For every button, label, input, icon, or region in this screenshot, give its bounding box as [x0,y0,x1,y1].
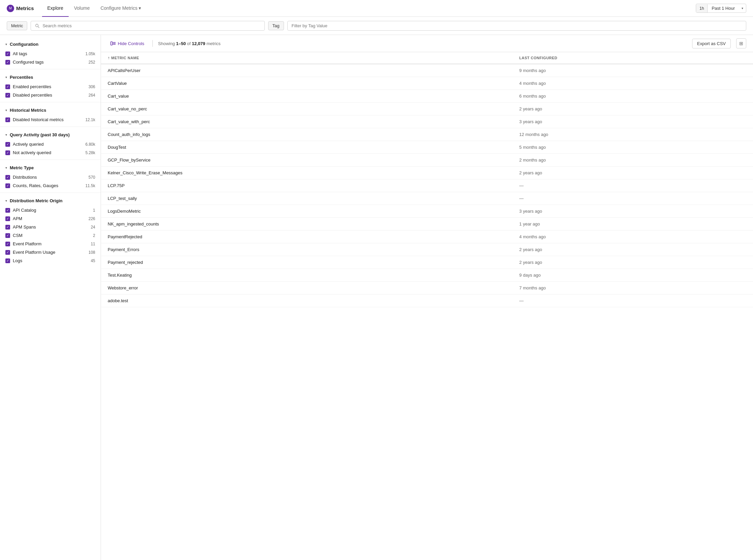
time-caret-icon[interactable]: ▾ [739,5,746,12]
last-configured-cell: 1 year ago [512,218,753,231]
checkbox-logs[interactable] [5,258,10,263]
sidebar-section-query-activity[interactable]: ▾ Query Activity (past 30 days) [0,129,101,140]
sidebar-item-distributions[interactable]: Distributions 570 [0,173,101,181]
sidebar-item-apm[interactable]: APM 226 [0,214,101,223]
table-row[interactable]: Cart_value_no_perc 2 years ago [101,103,753,116]
table-row[interactable]: DougTest 5 months ago [101,141,753,154]
checkbox-configured-tags[interactable] [5,60,10,65]
sidebar-item-csm[interactable]: CSM 2 [0,231,101,240]
table-row[interactable]: Payment_Errors 2 years ago [101,243,753,256]
sidebar-item-event-platform[interactable]: Event Platform 11 [0,240,101,248]
nav-item-configure-metrics[interactable]: Configure Metrics ▾ [95,0,147,17]
table-row[interactable]: Count_auth_info_logs 12 months ago [101,128,753,141]
table-row[interactable]: LCP_test_sally — [101,192,753,205]
checkbox-distributions[interactable] [5,175,10,180]
checkbox-disabled-percentiles[interactable] [5,93,10,98]
search-input-wrap[interactable] [30,21,264,31]
sidebar-section-metric-type[interactable]: ▾ Metric Type [0,163,101,173]
table-row[interactable]: APICallsPerUser 9 months ago [101,64,753,77]
sidebar-item-disabled-historical[interactable]: Disabled historical metrics 12.1k [0,116,101,124]
checkbox-not-actively-queried[interactable] [5,151,10,155]
time-selector[interactable]: 1h Past 1 Hour ▾ [696,4,746,13]
table-row[interactable]: GCP_Flow_byService 2 months ago [101,154,753,166]
metric-name-cell: Cart_value [101,90,512,103]
last-configured-cell: 5 months ago [512,141,753,154]
showing-unit: metrics [207,41,221,46]
checkbox-api-catalog[interactable] [5,208,10,213]
sidebar-section-percentiles[interactable]: ▾ Percentiles [0,72,101,82]
metric-name-cell: Cart_value_no_perc [101,103,512,116]
table-row[interactable]: LCP.75P — [101,179,753,192]
table-row[interactable]: Payment_rejected 2 years ago [101,256,753,269]
nav-item-volume[interactable]: Volume [69,0,95,17]
time-range-label[interactable]: Past 1 Hour [708,4,739,13]
showing-text: Showing 1–50 of 12,079 metrics [158,41,221,46]
sidebar-section-distribution-origin[interactable]: ▾ Distribution Metric Origin [0,196,101,206]
sidebar-section-configuration[interactable]: ▾ Configuration [0,39,101,49]
tag-filter-input[interactable] [292,23,742,28]
sidebar-item-apm-spans[interactable]: APM Spans 24 [0,223,101,231]
table-row[interactable]: Cart_value 6 months ago [101,90,753,103]
checkbox-disabled-historical[interactable] [5,117,10,122]
nav-logo-text: Metrics [16,5,34,11]
checkbox-csm[interactable] [5,233,10,238]
metrics-logo-icon: M [7,5,14,12]
search-input[interactable] [42,23,260,28]
last-configured-cell: 7 months ago [512,282,753,295]
nav-item-explore[interactable]: Explore [42,0,69,17]
metric-name-cell: GCP_Flow_byService [101,154,512,166]
export-csv-button[interactable]: Export as CSV [692,39,731,48]
chevron-down-icon: ▾ [5,199,7,203]
tag-badge: Tag [268,21,284,30]
sidebar-item-api-catalog[interactable]: API Catalog 1 [0,206,101,214]
table-row[interactable]: Test.Keating 9 days ago [101,269,753,282]
sidebar-item-all-tags[interactable]: All tags 1.05k [0,49,101,58]
metric-name-cell: Webstore_error [101,282,512,295]
hide-controls-button[interactable]: Hide Controls [108,39,147,47]
table-row[interactable]: CartValue 4 months ago [101,77,753,90]
table-row[interactable]: NK_apm_ingested_counts 1 year ago [101,218,753,231]
chevron-down-icon: ▾ [5,42,7,46]
table-row[interactable]: PaymentRejected 4 months ago [101,231,753,243]
sidebar-item-not-actively-queried[interactable]: Not actively queried 5.28k [0,148,101,157]
last-configured-cell: 2 years ago [512,166,753,179]
sidebar-item-counts-rates-gauges[interactable]: Counts, Rates, Gauges 11.5k [0,181,101,190]
checkbox-apm-spans[interactable] [5,225,10,229]
sidebar: ▾ Configuration All tags 1.05k Configure… [0,35,101,560]
checkbox-event-platform-usage[interactable] [5,250,10,255]
table-row[interactable]: Kelner_Cisco_Write_Erase_Messages 2 year… [101,166,753,179]
sidebar-item-enabled-percentiles[interactable]: Enabled percentiles 306 [0,82,101,91]
table-row[interactable]: Webstore_error 7 months ago [101,282,753,295]
sidebar-item-disabled-percentiles[interactable]: Disabled percentiles 264 [0,91,101,99]
sidebar-item-logs[interactable]: Logs 45 [0,257,101,265]
time-1h-label[interactable]: 1h [696,4,708,13]
sidebar-item-configured-tags[interactable]: Configured tags 252 [0,58,101,66]
checkbox-counts-rates-gauges[interactable] [5,183,10,188]
metrics-table: ↑ METRIC NAME LAST CONFIGURED APICallsPe… [101,52,753,307]
col-header-last-configured[interactable]: LAST CONFIGURED [512,52,753,64]
sidebar-item-event-platform-usage[interactable]: Event Platform Usage 108 [0,248,101,257]
metric-name-cell: Kelner_Cisco_Write_Erase_Messages [101,166,512,179]
last-configured-cell: 4 months ago [512,231,753,243]
table-row[interactable]: Cart_value_with_perc 3 years ago [101,116,753,128]
table-row[interactable]: LogsDemoMetric 3 years ago [101,205,753,218]
hide-controls-label: Hide Controls [118,41,144,46]
showing-range: 1–50 [176,41,186,46]
metric-name-cell: Payment_rejected [101,256,512,269]
main-layout: ▾ Configuration All tags 1.05k Configure… [0,35,753,560]
sidebar-section-historical-metrics[interactable]: ▾ Historical Metrics [0,105,101,116]
last-configured-cell: — [512,295,753,307]
last-configured-cell: 2 years ago [512,243,753,256]
checkbox-all-tags[interactable] [5,52,10,56]
configure-caret-icon: ▾ [139,5,141,11]
table-row[interactable]: adobe.test — [101,295,753,307]
checkbox-event-platform[interactable] [5,242,10,246]
sidebar-item-actively-queried[interactable]: Actively queried 6.80k [0,140,101,148]
col-header-metric-name[interactable]: ↑ METRIC NAME [101,52,512,64]
checkbox-apm[interactable] [5,216,10,221]
checkbox-actively-queried[interactable] [5,142,10,147]
grid-view-icon[interactable]: ⊞ [736,38,746,48]
checkbox-enabled-percentiles[interactable] [5,84,10,89]
search-icon [35,23,40,28]
tag-filter-wrap[interactable] [287,21,746,31]
